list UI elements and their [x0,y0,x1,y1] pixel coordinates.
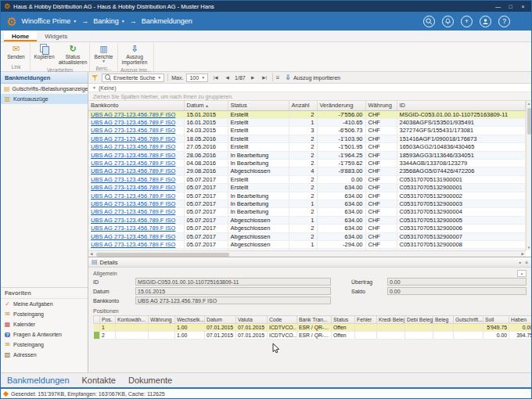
table-row[interactable]: UBS AG 273-123.456.789.F ISO05.07.2017In… [88,200,526,207]
positions-column-beleg[interactable]: Beleg [433,316,454,324]
bank-account-link[interactable]: UBS AG 273-123.456.789.F ISO [91,241,175,248]
pin-icon[interactable]: ▪ [519,260,520,265]
favorite-item-adressen[interactable]: Adressen [1,350,88,360]
bank-account-link[interactable]: UBS AG 273-123.456.789.F ISO [91,119,175,126]
favorite-item-posteingang[interactable]: Posteingang [1,309,88,319]
column-header-bankkonto[interactable]: Bankkonto [88,101,184,110]
layout-menu-icon[interactable]: ≡ [276,74,280,81]
table-row[interactable]: UBS AG 273-123.456.789.F ISO27.05.2016Er… [88,143,526,151]
kopieren-button[interactable]: Kopieren [31,43,57,60]
id-field[interactable]: MSGID-C053.01.00.10-110725163809-11 [135,278,331,286]
scroll-left-icon[interactable]: ◀ [90,252,92,256]
bank-account-link[interactable]: UBS AG 273-123.456.789.F ISO [91,176,175,183]
settings-gear-icon[interactable]: ⚙ [6,16,16,27]
table-row[interactable]: UBS AG 273-123.456.789.F ISO28.06.2016In… [88,151,526,159]
status-aktualisieren-button[interactable]: Status aktualisieren [57,43,88,66]
sidebar-item-gutschrifts-belastungsanzeigen[interactable]: Gutschrifts-/Belastungsanzeigen [1,84,88,94]
bank-account-link[interactable]: UBS AG 273-123.456.789.F ISO [91,143,175,150]
bottom-tab-bankmeldungen[interactable]: Bankmeldungen [7,376,70,385]
table-row[interactable]: UBS AG 273-123.456.789.F ISO04.08.2016In… [88,159,526,167]
table-row[interactable]: UBS AG 273-123.456.789.F ISO15.01.2015Er… [88,110,526,118]
close-icon[interactable]: × [525,260,528,265]
positions-column-haben[interactable]: Haben [509,316,532,324]
add-plus-icon[interactable]: + [461,16,473,27]
scroll-down-icon[interactable]: ▼ [527,245,530,250]
table-row[interactable]: UBS AG 273-123.456.789.F ISO18.05.2016Er… [88,135,526,142]
table-row[interactable]: UBS AG 273-123.456.789.F ISO05.07.2017In… [88,192,526,200]
table-row[interactable]: UBS AG 273-123.456.789.F ISO05.07.2017Ab… [88,241,526,249]
horizontal-scrollbar[interactable]: ◀ ▶ [88,250,526,257]
tab-home[interactable]: Home [4,31,37,41]
last-page-button[interactable]: ▶| [261,74,269,82]
bank-account-link[interactable]: UBS AG 273-123.456.789.F ISO [91,167,175,174]
max-rows-select[interactable]: 100 ▼ [186,74,208,82]
auszug-importieren-button[interactable]: Auszug importieren [119,43,150,66]
column-header-anzahl[interactable]: Anzahl [289,101,317,110]
bank-account-link[interactable]: UBS AG 273-123.456.789.F ISO [91,192,175,200]
favorite-item-kalender[interactable]: Kalender [1,319,88,329]
scroll-up-icon[interactable]: ▲ [527,101,530,106]
position-row[interactable]: 21.0007.01.201507.01.2015ICDTVCO..ESR / … [94,332,532,340]
positions-column-valuta[interactable]: Valuta [236,316,268,324]
positions-column-datum[interactable]: Datum [205,316,236,324]
favorite-item-meine-aufgaben[interactable]: Meine Aufgaben [1,299,88,309]
vertical-scrollbar[interactable]: ▲ ▼ [526,101,531,250]
table-row[interactable]: UBS AG 273-123.456.789.F ISO05.07.2017Er… [88,184,526,192]
minimize-button[interactable]: — [493,4,503,9]
table-row[interactable]: UBS AG 273-123.456.789.F ISO29.08.2016Ab… [88,167,526,175]
maximize-button[interactable]: □ [505,4,516,9]
table-row[interactable]: UBS AG 273-123.456.789.F ISO24.03.2015Er… [88,127,526,135]
collapse-section-button[interactable]: ▲ [517,270,527,277]
tab-widgets[interactable]: Widgets [37,31,75,41]
bank-account-link[interactable]: UBS AG 273-123.456.789.F ISO [91,127,175,134]
positions-column-fehler[interactable]: Fehler [355,316,377,324]
nav-app-menu[interactable]: Winoffice Prime ▼ [21,17,77,25]
table-row[interactable]: UBS AG 273-123.456.789.F ISO05.07.2017Ab… [88,225,526,232]
help-icon[interactable]: ? [498,16,510,27]
saldo-field[interactable]: 0.00 [387,287,527,295]
position-row[interactable]: 11.0007.01.201507.01.2015ICDTVCO..ESR / … [94,324,532,332]
scrollbar-thumb[interactable] [527,108,531,135]
bank-account-link[interactable]: UBS AG 273-123.456.789.F ISO [91,233,175,240]
positions-column-währung[interactable]: Währung [149,316,175,324]
positions-column-kredi-beleg[interactable]: Kredi Beleg [377,316,405,324]
filter-funnel-icon[interactable] [92,74,99,81]
table-row[interactable]: UBS AG 273-123.456.789.F ISO05.07.2017Ab… [88,216,526,224]
close-button[interactable]: × [518,4,528,9]
positions-column-kontowäh[interactable]: Kontowäh... [116,316,149,324]
senden-button[interactable]: Senden [3,43,29,60]
user-account-icon[interactable] [480,16,491,27]
datum-field[interactable]: 15.01.2015 [135,287,331,295]
scrollbar-thumb[interactable] [96,253,229,257]
positions-column-code[interactable]: Code [268,316,297,324]
positions-column-status[interactable]: Status [332,316,355,324]
prev-page-button[interactable]: ◀ [223,74,232,82]
positions-column-pos[interactable]: Pos. [100,316,116,324]
positions-column-soll[interactable]: Soll [483,316,509,324]
filter-criteria-row[interactable]: ▼ (Keine) [88,84,531,92]
column-header-status[interactable]: Status [228,101,289,110]
bank-account-link[interactable]: UBS AG 273-123.456.789.F ISO [91,217,175,224]
berichte-button[interactable]: Berichte▼ [91,43,117,65]
advanced-search-dropdown[interactable]: Erweiterte Suche ▼ [102,74,164,82]
bank-account-link[interactable]: UBS AG 273-123.456.789.F ISO [91,111,175,118]
bottom-tab-dokumente[interactable]: Dokumente [128,376,172,385]
bank-account-link[interactable]: UBS AG 273-123.456.789.F ISO [91,135,175,142]
positions-column-debi-beleg[interactable]: Debi Beleg [405,316,433,324]
column-header-veränderung[interactable]: Veränderung [317,101,365,110]
table-row[interactable]: UBS AG 273-123.456.789.F ISO16.01.2015Er… [88,118,526,126]
notifications-bell-icon[interactable] [442,16,454,27]
nav-module-menu[interactable]: Banking ▼ [93,17,124,25]
column-header-datum[interactable]: Datum ▲ [184,101,228,110]
table-row[interactable]: UBS AG 273-123.456.789.F ISO05.07.2017In… [88,208,526,216]
favorite-item-fragen-antworten[interactable]: Fragen & Antworten [1,329,88,340]
bank-account-link[interactable]: UBS AG 273-123.456.789.F ISO [91,200,175,207]
next-page-button[interactable]: ▶ [249,74,257,82]
column-header-währung[interactable]: Währung [365,101,397,110]
favorite-item-posteingang[interactable]: Posteingang [1,340,88,350]
sidebar-item-kontoauszüge[interactable]: Kontoauszüge [1,94,88,104]
table-row[interactable]: UBS AG 273-123.456.789.F ISO05.07.2017Ab… [88,232,526,240]
positions-column-wechselk[interactable]: Wechselk... [175,316,205,324]
uebertrag-field[interactable]: 0.00 [387,278,527,286]
positions-column-gutschrift[interactable]: Gutschrift... [454,316,483,324]
